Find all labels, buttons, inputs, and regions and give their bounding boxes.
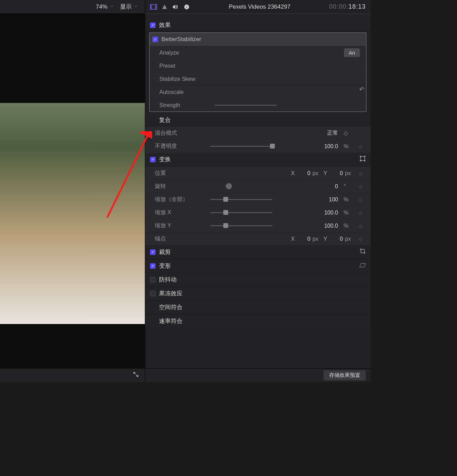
distort-onscreen-icon[interactable] (359, 263, 366, 269)
rate-conform-section[interactable]: 速率符合 (145, 314, 371, 328)
effect-betterstabilizer: ✓ BetterStabilizer Analyze An Preset Sta… (149, 32, 366, 112)
anchor-y-value[interactable]: 0 (330, 236, 343, 242)
keyframe-icon[interactable]: ◇ (357, 184, 364, 189)
scale-x-value[interactable]: 100.0 (317, 210, 338, 216)
opacity-slider[interactable] (210, 146, 272, 147)
display-dropdown[interactable]: 显示 ﹀ (120, 3, 138, 11)
distort-checkbox[interactable]: ✓ (150, 263, 156, 269)
rolling-shutter-section[interactable]: 果冻效应 (145, 287, 371, 301)
crop-checkbox[interactable]: ✓ (150, 249, 156, 255)
svg-marker-17 (360, 264, 365, 267)
pos-x-value[interactable]: 0 (297, 170, 310, 177)
scale-y-value[interactable]: 100.0 (317, 223, 338, 229)
crop-onscreen-icon[interactable] (360, 248, 366, 256)
transform-label: 变换 (159, 155, 171, 163)
svg-text:i: i (186, 5, 187, 9)
crop-label: 裁剪 (159, 248, 171, 256)
scale-all-slider[interactable] (210, 199, 272, 200)
effects-section[interactable]: ✓ 效果 (145, 14, 371, 31)
anchor-label: 锚点 (155, 235, 203, 242)
param-stabilize-skew[interactable]: Stabilize Skew (150, 72, 366, 85)
param-strength[interactable]: Strength (150, 98, 366, 112)
transform-onscreen-icon[interactable] (360, 155, 366, 163)
rate-conform-label: 速率符合 (159, 317, 183, 325)
stabilization-section[interactable]: 防抖动 (145, 273, 371, 287)
blend-mode-label: 混合模式 (155, 130, 203, 137)
param-rotation[interactable]: 旋转 0 ° ◇ (145, 180, 371, 193)
color-tab-icon[interactable] (161, 4, 168, 10)
composite-section[interactable]: 复合 (145, 113, 371, 126)
audio-tab-icon[interactable] (172, 4, 179, 10)
svg-marker-9 (162, 4, 167, 9)
rotation-label: 旋转 (155, 183, 203, 190)
transform-section[interactable]: ✓ 变换 (145, 153, 371, 166)
chevron-down-icon: ﹀ (110, 4, 114, 9)
pos-y-value[interactable]: 0 (330, 170, 343, 177)
keyframe-icon[interactable]: ◇ (357, 197, 364, 202)
scale-all-label: 缩放（全部） (155, 196, 203, 203)
rotation-value[interactable]: 0 (317, 183, 338, 190)
inspector-body: ✓ 效果 ✓ BetterStabilizer Analyze An Prese… (145, 14, 371, 368)
anchor-x-value[interactable]: 0 (297, 236, 310, 242)
scale-x-slider[interactable] (210, 212, 272, 213)
fullscreen-icon[interactable] (133, 372, 139, 379)
param-scale-y[interactable]: 缩放 Y 100.0 % ◇ (145, 219, 371, 232)
viewer-footer (0, 368, 145, 382)
keyframe-icon[interactable]: ◇ (357, 223, 364, 229)
analyze-label: Analyze (159, 50, 208, 56)
zoom-dropdown[interactable]: 74% ﹀ (96, 3, 114, 10)
param-blend-mode[interactable]: 混合模式 正常 ◇ (145, 126, 371, 140)
svg-point-13 (360, 156, 361, 157)
param-autoscale[interactable]: Autoscale (150, 85, 366, 98)
spatial-conform-section[interactable]: 空间符合 (145, 301, 371, 314)
keyframe-icon[interactable]: ◇ (357, 210, 364, 216)
viewer-canvas[interactable] (0, 14, 145, 368)
inspector-footer: 存储效果预置 (145, 368, 371, 382)
video-tab-icon[interactable] (150, 4, 157, 10)
selector-icon: ◇ (344, 130, 353, 136)
svg-point-16 (364, 160, 365, 161)
scale-y-slider[interactable] (210, 225, 272, 226)
param-anchor[interactable]: 锚点 X 0 px Y 0 px ◇ (145, 232, 371, 245)
viewer-toolbar: 74% ﹀ 显示 ﹀ (0, 0, 145, 14)
svg-rect-12 (361, 156, 365, 161)
blend-mode-value: 正常 (317, 130, 338, 137)
spatial-conform-label: 空间符合 (159, 303, 183, 311)
info-tab-icon[interactable]: i (183, 4, 190, 10)
effect-checkbox[interactable]: ✓ (152, 37, 158, 42)
stabilization-checkbox[interactable] (150, 277, 156, 283)
keyframe-icon[interactable]: ◇ (357, 236, 364, 242)
skew-label: Stabilize Skew (159, 76, 208, 82)
rolling-shutter-checkbox[interactable] (150, 291, 156, 296)
keyframe-icon[interactable]: ◇ (357, 171, 364, 176)
param-opacity[interactable]: 不透明度 100.0 % ◇ (145, 140, 371, 153)
param-position[interactable]: 位置 X 0 px Y 0 px ◇ (145, 166, 371, 180)
autoscale-label: Autoscale (159, 89, 208, 95)
analyze-button[interactable]: An (344, 48, 360, 57)
inspector-panel: i Pexels Videos 2364297 00:00:18:13 ✓ 效果… (145, 0, 371, 382)
param-scale-all[interactable]: 缩放（全部） 100 % ◇ (145, 193, 371, 206)
undo-icon[interactable]: ↶ (359, 86, 364, 93)
preview-image (0, 103, 145, 324)
opacity-unit: % (344, 143, 353, 150)
keyframe-icon[interactable]: ◇ (357, 144, 364, 149)
transform-checkbox[interactable]: ✓ (150, 157, 156, 162)
composite-label: 复合 (159, 116, 171, 124)
opacity-label: 不透明度 (155, 143, 203, 150)
save-effects-preset-button[interactable]: 存储效果预置 (324, 370, 366, 380)
param-preset[interactable]: Preset (150, 59, 366, 72)
effect-header[interactable]: ✓ BetterStabilizer (150, 33, 366, 46)
scale-all-value[interactable]: 100 (317, 197, 338, 203)
scale-y-label: 缩放 Y (155, 222, 203, 229)
distort-section[interactable]: ✓ 变形 (145, 259, 371, 273)
position-label: 位置 (155, 170, 203, 177)
strength-label: Strength (159, 102, 208, 108)
opacity-value: 100.0 (317, 143, 338, 150)
param-scale-x[interactable]: 缩放 X 100.0 % ◇ (145, 206, 371, 219)
stabilization-label: 防抖动 (159, 276, 177, 284)
display-label: 显示 (120, 3, 132, 11)
crop-section[interactable]: ✓ 裁剪 (145, 245, 371, 259)
effects-checkbox[interactable]: ✓ (150, 22, 156, 28)
rotation-dial[interactable] (210, 186, 231, 187)
strength-slider[interactable] (215, 105, 277, 106)
